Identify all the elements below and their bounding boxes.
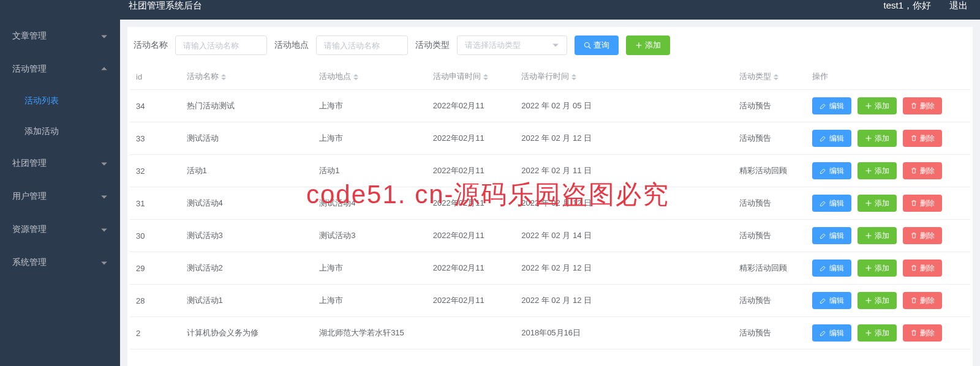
logout-link[interactable]: 退出 xyxy=(949,0,968,12)
sidebar-subitem-add-activity[interactable]: 添加活动 xyxy=(0,116,120,147)
th-loc[interactable]: 活动地点 xyxy=(313,64,427,90)
trash-icon xyxy=(910,264,918,272)
trash-icon xyxy=(910,102,918,110)
plus-icon xyxy=(865,102,872,110)
sidebar-subitem-activity-list[interactable]: 活动列表 xyxy=(0,86,120,116)
edit-button[interactable]: 编辑 xyxy=(812,195,851,212)
sort-icon[interactable] xyxy=(571,74,576,80)
sort-icon[interactable] xyxy=(221,74,226,80)
query-button[interactable]: 查询 xyxy=(575,35,619,55)
cell-hold: 2022 年 02 月 12 日 xyxy=(515,252,733,285)
cell-name: 测试活动 xyxy=(181,122,314,155)
sidebar-item-users[interactable]: 用户管理 xyxy=(0,180,120,213)
svg-line-1 xyxy=(589,47,590,48)
plus-icon xyxy=(865,329,872,337)
sort-icon[interactable] xyxy=(483,74,488,80)
cell-apply: 2022年02月11 xyxy=(427,220,515,252)
cell-apply: 2022年02月11 xyxy=(427,252,515,285)
sidebar-item-system[interactable]: 系统管理 xyxy=(0,246,120,279)
cell-type: 活动预告 xyxy=(733,122,806,155)
cell-id: 28 xyxy=(130,285,181,317)
row-add-button[interactable]: 添加 xyxy=(858,227,897,244)
edit-icon xyxy=(820,329,827,337)
delete-button[interactable]: 删除 xyxy=(903,195,942,212)
th-name[interactable]: 活动名称 xyxy=(181,64,314,90)
row-add-button[interactable]: 添加 xyxy=(858,292,897,309)
table-row: 28测试活动1上海市2022年02月112022 年 02 月 12 日活动预告… xyxy=(130,285,970,317)
plus-icon xyxy=(865,232,872,239)
th-id[interactable]: id xyxy=(130,64,181,90)
delete-button[interactable]: 删除 xyxy=(903,97,942,114)
chevron-down-icon xyxy=(552,42,559,49)
delete-button[interactable]: 删除 xyxy=(903,162,942,179)
cell-name: 测试活动4 xyxy=(181,187,314,220)
edit-button[interactable]: 编辑 xyxy=(812,162,851,179)
sidebar-item-resources[interactable]: 资源管理 xyxy=(0,213,120,246)
delete-button[interactable]: 删除 xyxy=(903,260,942,277)
cell-apply: 2022年02月11 xyxy=(427,122,515,155)
edit-button[interactable]: 编辑 xyxy=(812,292,851,309)
cell-id: 32 xyxy=(130,155,181,187)
cell-ops: 编辑添加删除 xyxy=(806,317,970,349)
sidebar-item-label: 系统管理 xyxy=(12,257,47,268)
table-row: 2计算机协会义务为修湖北师范大学若水轩3152018年05月16日活动预告编辑添… xyxy=(130,317,970,349)
table-row: 30测试活动3测试活动32022年02月112022 年 02 月 14 日活动… xyxy=(130,220,970,252)
app-header: 社团管理系统后台 test1，你好 退出 xyxy=(0,0,980,20)
cell-type: 活动预告 xyxy=(733,317,806,349)
cell-apply: 2022年02月11 xyxy=(427,155,515,187)
sort-icon[interactable] xyxy=(353,74,358,80)
edit-button[interactable]: 编辑 xyxy=(812,227,851,244)
chevron-down-icon xyxy=(100,32,108,40)
delete-button[interactable]: 删除 xyxy=(903,130,942,147)
edit-button[interactable]: 编辑 xyxy=(812,260,851,277)
cell-apply xyxy=(427,317,515,349)
cell-type: 活动预告 xyxy=(733,90,806,122)
edit-button[interactable]: 编辑 xyxy=(812,97,851,114)
cell-loc: 测试活动3 xyxy=(313,220,427,252)
row-add-button[interactable]: 添加 xyxy=(858,195,897,212)
chevron-up-icon xyxy=(100,65,108,73)
cell-ops: 编辑添加删除 xyxy=(806,122,970,155)
row-add-button[interactable]: 添加 xyxy=(858,324,897,342)
cell-id: 30 xyxy=(130,220,181,252)
cell-id: 33 xyxy=(130,122,181,155)
plus-icon xyxy=(865,200,872,207)
sidebar: 文章管理 活动管理 活动列表 添加活动 社团管理 用户管理 资源 xyxy=(0,20,120,366)
sidebar-item-clubs[interactable]: 社团管理 xyxy=(0,147,120,180)
add-button[interactable]: 添加 xyxy=(626,35,670,55)
cell-loc: 上海市 xyxy=(313,122,427,155)
row-add-button[interactable]: 添加 xyxy=(858,97,897,114)
sidebar-item-activities[interactable]: 活动管理 xyxy=(0,53,120,86)
edit-button[interactable]: 编辑 xyxy=(812,130,851,147)
trash-icon xyxy=(910,329,918,337)
cell-ops: 编辑添加删除 xyxy=(806,187,970,220)
delete-button[interactable]: 删除 xyxy=(903,292,942,309)
row-add-button[interactable]: 添加 xyxy=(858,162,897,179)
sort-icon[interactable] xyxy=(774,74,778,80)
row-add-button[interactable]: 添加 xyxy=(858,260,897,277)
trash-icon xyxy=(910,167,918,174)
search-type-select[interactable]: 请选择活动类型 xyxy=(457,35,567,55)
sidebar-item-articles[interactable]: 文章管理 xyxy=(0,20,120,53)
th-apply[interactable]: 活动申请时间 xyxy=(427,64,515,90)
th-type[interactable]: 活动类型 xyxy=(733,64,806,90)
chevron-down-icon xyxy=(100,160,108,167)
delete-button[interactable]: 删除 xyxy=(903,324,942,342)
plus-icon xyxy=(865,264,872,272)
row-add-button[interactable]: 添加 xyxy=(858,130,897,147)
plus-icon xyxy=(635,42,643,49)
cell-loc: 湖北师范大学若水轩315 xyxy=(313,317,427,349)
sidebar-item-label: 文章管理 xyxy=(12,31,47,42)
cell-loc: 上海市 xyxy=(313,252,427,285)
delete-button[interactable]: 删除 xyxy=(903,227,942,244)
search-loc-input[interactable] xyxy=(316,35,408,55)
cell-hold: 2022 年 02 月 05 日 xyxy=(515,90,733,122)
svg-point-0 xyxy=(585,43,590,48)
chevron-down-icon xyxy=(100,226,108,233)
table-row: 33测试活动上海市2022年02月112022 年 02 月 12 日活动预告编… xyxy=(130,122,970,155)
th-hold[interactable]: 活动举行时间 xyxy=(515,64,733,90)
cell-id: 34 xyxy=(130,90,181,122)
search-name-input[interactable] xyxy=(175,35,267,55)
edit-icon xyxy=(820,200,827,207)
edit-button[interactable]: 编辑 xyxy=(812,324,851,342)
